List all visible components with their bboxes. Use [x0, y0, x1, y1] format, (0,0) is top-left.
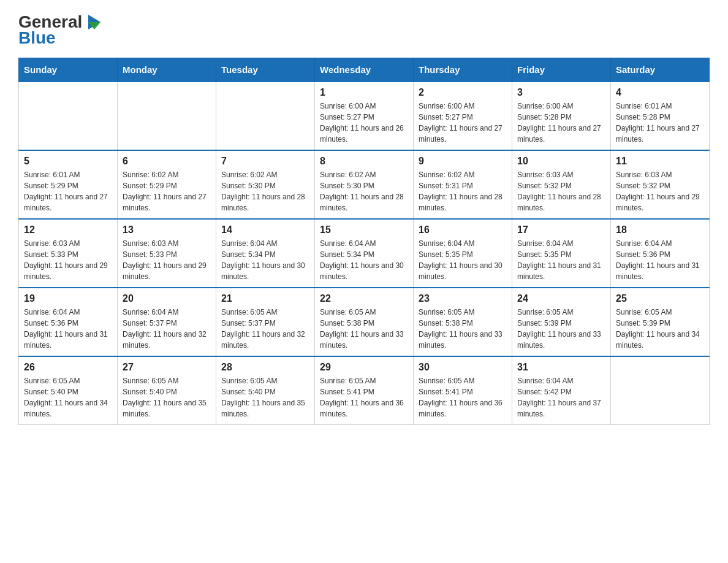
day-info: Sunrise: 6:04 AM Sunset: 5:36 PM Dayligh… [24, 307, 112, 351]
calendar-cell: 5Sunrise: 6:01 AM Sunset: 5:29 PM Daylig… [19, 150, 118, 219]
calendar-cell: 10Sunrise: 6:03 AM Sunset: 5:32 PM Dayli… [512, 150, 611, 219]
day-number: 19 [24, 293, 112, 304]
day-info: Sunrise: 6:04 AM Sunset: 5:35 PM Dayligh… [419, 238, 507, 282]
day-number: 8 [320, 156, 408, 167]
calendar-cell: 16Sunrise: 6:04 AM Sunset: 5:35 PM Dayli… [414, 219, 512, 288]
calendar-cell: 26Sunrise: 6:05 AM Sunset: 5:40 PM Dayli… [19, 356, 118, 425]
day-number: 29 [320, 362, 408, 373]
day-number: 24 [517, 293, 605, 304]
day-info: Sunrise: 6:03 AM Sunset: 5:33 PM Dayligh… [123, 238, 211, 282]
day-info: Sunrise: 6:04 AM Sunset: 5:34 PM Dayligh… [221, 238, 309, 282]
day-number: 18 [616, 224, 704, 236]
calendar-cell: 30Sunrise: 6:05 AM Sunset: 5:41 PM Dayli… [414, 356, 512, 425]
day-number: 13 [123, 224, 211, 236]
day-number: 28 [221, 362, 309, 373]
day-number: 12 [24, 224, 112, 236]
calendar-cell: 21Sunrise: 6:05 AM Sunset: 5:37 PM Dayli… [216, 288, 315, 356]
day-number: 27 [123, 362, 211, 373]
day-info: Sunrise: 6:03 AM Sunset: 5:32 PM Dayligh… [616, 169, 704, 213]
day-info: Sunrise: 6:04 AM Sunset: 5:34 PM Dayligh… [320, 238, 408, 282]
day-number: 20 [123, 293, 211, 304]
day-number: 10 [517, 156, 605, 167]
day-of-week-header: Sunday [19, 58, 118, 82]
day-info: Sunrise: 6:04 AM Sunset: 5:42 PM Dayligh… [517, 375, 605, 419]
logo-blue-text: Blue [18, 28, 56, 48]
day-number: 31 [517, 362, 605, 373]
calendar-week-row: 1Sunrise: 6:00 AM Sunset: 5:27 PM Daylig… [19, 82, 710, 150]
calendar-cell: 7Sunrise: 6:02 AM Sunset: 5:30 PM Daylig… [216, 150, 315, 219]
day-of-week-header: Tuesday [216, 58, 315, 82]
day-number: 6 [123, 156, 211, 167]
day-info: Sunrise: 6:05 AM Sunset: 5:40 PM Dayligh… [24, 375, 112, 419]
day-number: 15 [320, 224, 408, 236]
day-number: 14 [221, 224, 309, 236]
calendar-cell: 22Sunrise: 6:05 AM Sunset: 5:38 PM Dayli… [315, 288, 414, 356]
day-info: Sunrise: 6:05 AM Sunset: 5:38 PM Dayligh… [419, 307, 507, 351]
calendar-cell: 4Sunrise: 6:01 AM Sunset: 5:28 PM Daylig… [611, 82, 710, 150]
day-info: Sunrise: 6:02 AM Sunset: 5:29 PM Dayligh… [123, 169, 211, 213]
calendar-cell: 24Sunrise: 6:05 AM Sunset: 5:39 PM Dayli… [512, 288, 611, 356]
calendar-cell: 13Sunrise: 6:03 AM Sunset: 5:33 PM Dayli… [118, 219, 216, 288]
day-of-week-header: Thursday [414, 58, 512, 82]
calendar-cell: 28Sunrise: 6:05 AM Sunset: 5:40 PM Dayli… [216, 356, 315, 425]
calendar-cell: 25Sunrise: 6:05 AM Sunset: 5:39 PM Dayli… [611, 288, 710, 356]
day-number: 7 [221, 156, 309, 167]
page-header: General Blue [18, 12, 710, 48]
calendar-cell [118, 82, 216, 150]
day-number: 11 [616, 156, 704, 167]
day-of-week-header: Friday [512, 58, 611, 82]
day-of-week-header: Wednesday [315, 58, 414, 82]
calendar-cell [611, 356, 710, 425]
calendar-cell [216, 82, 315, 150]
day-number: 9 [419, 156, 507, 167]
day-number: 22 [320, 293, 408, 304]
logo-icon [83, 12, 103, 32]
calendar-cell: 20Sunrise: 6:04 AM Sunset: 5:37 PM Dayli… [118, 288, 216, 356]
calendar-cell: 15Sunrise: 6:04 AM Sunset: 5:34 PM Dayli… [315, 219, 414, 288]
day-info: Sunrise: 6:00 AM Sunset: 5:27 PM Dayligh… [419, 101, 507, 145]
day-number: 2 [419, 87, 507, 98]
day-number: 4 [616, 87, 704, 98]
day-info: Sunrise: 6:02 AM Sunset: 5:31 PM Dayligh… [419, 169, 507, 213]
day-number: 21 [221, 293, 309, 304]
day-info: Sunrise: 6:04 AM Sunset: 5:36 PM Dayligh… [616, 238, 704, 282]
day-info: Sunrise: 6:03 AM Sunset: 5:32 PM Dayligh… [517, 169, 605, 213]
day-of-week-header: Monday [118, 58, 216, 82]
day-number: 17 [517, 224, 605, 236]
day-number: 23 [419, 293, 507, 304]
day-info: Sunrise: 6:05 AM Sunset: 5:37 PM Dayligh… [221, 307, 309, 351]
day-info: Sunrise: 6:00 AM Sunset: 5:27 PM Dayligh… [320, 101, 408, 145]
day-info: Sunrise: 6:04 AM Sunset: 5:35 PM Dayligh… [517, 238, 605, 282]
calendar-header-row: SundayMondayTuesdayWednesdayThursdayFrid… [19, 58, 710, 82]
calendar-cell [19, 82, 118, 150]
calendar-cell: 11Sunrise: 6:03 AM Sunset: 5:32 PM Dayli… [611, 150, 710, 219]
calendar-cell: 19Sunrise: 6:04 AM Sunset: 5:36 PM Dayli… [19, 288, 118, 356]
day-info: Sunrise: 6:05 AM Sunset: 5:41 PM Dayligh… [320, 375, 408, 419]
calendar-cell: 23Sunrise: 6:05 AM Sunset: 5:38 PM Dayli… [414, 288, 512, 356]
calendar-cell: 8Sunrise: 6:02 AM Sunset: 5:30 PM Daylig… [315, 150, 414, 219]
calendar-cell: 3Sunrise: 6:00 AM Sunset: 5:28 PM Daylig… [512, 82, 611, 150]
calendar-week-row: 12Sunrise: 6:03 AM Sunset: 5:33 PM Dayli… [19, 219, 710, 288]
day-info: Sunrise: 6:05 AM Sunset: 5:40 PM Dayligh… [221, 375, 309, 419]
day-info: Sunrise: 6:01 AM Sunset: 5:28 PM Dayligh… [616, 101, 704, 145]
calendar-cell: 1Sunrise: 6:00 AM Sunset: 5:27 PM Daylig… [315, 82, 414, 150]
calendar-cell: 9Sunrise: 6:02 AM Sunset: 5:31 PM Daylig… [414, 150, 512, 219]
day-info: Sunrise: 6:00 AM Sunset: 5:28 PM Dayligh… [517, 101, 605, 145]
day-number: 3 [517, 87, 605, 98]
day-info: Sunrise: 6:03 AM Sunset: 5:33 PM Dayligh… [24, 238, 112, 282]
day-info: Sunrise: 6:04 AM Sunset: 5:37 PM Dayligh… [123, 307, 211, 351]
day-info: Sunrise: 6:01 AM Sunset: 5:29 PM Dayligh… [24, 169, 112, 213]
calendar-cell: 14Sunrise: 6:04 AM Sunset: 5:34 PM Dayli… [216, 219, 315, 288]
calendar-cell: 17Sunrise: 6:04 AM Sunset: 5:35 PM Dayli… [512, 219, 611, 288]
day-info: Sunrise: 6:02 AM Sunset: 5:30 PM Dayligh… [221, 169, 309, 213]
day-number: 25 [616, 293, 704, 304]
day-info: Sunrise: 6:05 AM Sunset: 5:40 PM Dayligh… [123, 375, 211, 419]
calendar-cell: 12Sunrise: 6:03 AM Sunset: 5:33 PM Dayli… [19, 219, 118, 288]
calendar-cell: 27Sunrise: 6:05 AM Sunset: 5:40 PM Dayli… [118, 356, 216, 425]
day-number: 30 [419, 362, 507, 373]
calendar-cell: 31Sunrise: 6:04 AM Sunset: 5:42 PM Dayli… [512, 356, 611, 425]
calendar-cell: 2Sunrise: 6:00 AM Sunset: 5:27 PM Daylig… [414, 82, 512, 150]
day-number: 1 [320, 87, 408, 98]
day-info: Sunrise: 6:05 AM Sunset: 5:41 PM Dayligh… [419, 375, 507, 419]
calendar-week-row: 5Sunrise: 6:01 AM Sunset: 5:29 PM Daylig… [19, 150, 710, 219]
